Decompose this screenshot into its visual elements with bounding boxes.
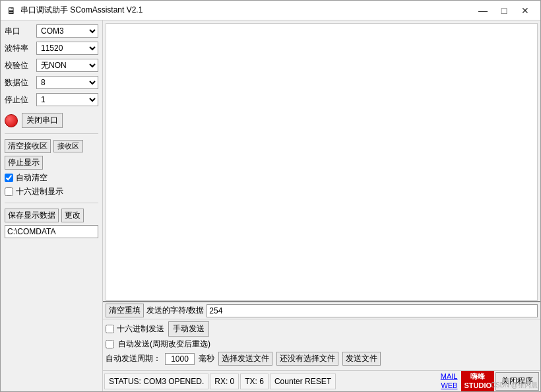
receive-btn-row: 清空接收区 接收区 (5, 139, 98, 153)
close-serial-button[interactable]: 关闭串口 (22, 113, 63, 128)
minimize-button[interactable]: — (473, 4, 493, 17)
auto-clear-row: 自动清空 (5, 172, 98, 183)
baud-label: 波特率 (5, 43, 34, 54)
status-rx: RX: 0 (210, 374, 239, 389)
select-file-button[interactable]: 选择发送文件 (218, 352, 272, 366)
auto-send-label: 自动发送(周期改变后重选) (118, 339, 210, 350)
hex-display-row: 十六进制显示 (5, 186, 98, 197)
auto-clear-label: 自动清空 (16, 172, 48, 183)
stop-bits-label: 停止位 (5, 94, 34, 106)
divider-2 (5, 203, 98, 203)
receive-textarea[interactable] (106, 23, 538, 301)
send-file-button[interactable]: 发送文件 (342, 352, 381, 366)
char-label: 发送的字符/数据 (146, 305, 204, 316)
stop-bits-select[interactable]: 1 (36, 93, 98, 106)
web-link[interactable]: WEB (441, 381, 457, 390)
data-bits-select[interactable]: 8 (36, 76, 98, 89)
divider-1 (5, 133, 98, 134)
data-bits-row: 数据位 8 (5, 76, 98, 89)
maximize-button[interactable]: □ (494, 4, 514, 17)
clear-reset-button[interactable]: 清空重填 (106, 304, 144, 317)
parity-label: 校验位 (5, 60, 34, 71)
hex-send-checkbox[interactable] (106, 325, 114, 333)
hex-display-checkbox[interactable] (5, 187, 13, 196)
baud-row: 波特率 11520 (5, 42, 98, 55)
parity-row: 校验位 无NON (5, 59, 98, 72)
window-title: 串口调试助手 SComAssistant V2.1 (20, 5, 473, 16)
mail-link[interactable]: MAIL (441, 372, 458, 381)
title-bar: 🖥 串口调试助手 SComAssistant V2.1 — □ ✕ (1, 1, 540, 20)
app-icon: 🖥 (6, 5, 16, 16)
right-area: 清空重填 发送的字符/数据 十六进制发送 手动发送 (103, 20, 540, 391)
parity-select[interactable]: 无NON (36, 59, 98, 72)
clear-receive-button[interactable]: 清空接收区 (5, 139, 51, 153)
status-tx: TX: 6 (240, 374, 269, 389)
status-com: STATUS: COM3 OPENED. (104, 374, 208, 389)
studio-line2: STUDIO (464, 381, 492, 390)
auto-clear-checkbox[interactable] (5, 174, 13, 182)
data-bits-label: 数据位 (5, 77, 34, 88)
receive-area-wrapper (106, 23, 538, 301)
hex-send-label: 十六进制发送 (117, 323, 164, 335)
send-content-input[interactable] (207, 304, 538, 317)
window-controls: — □ ✕ (473, 4, 535, 17)
studio-badge: 嗨峰 STUDIO (461, 371, 494, 391)
save-row: 保存显示数据 更改 (5, 209, 98, 222)
change-button[interactable]: 更改 (61, 209, 84, 222)
send-content-area: 十六进制发送 手动发送 自动发送(周期改变后重选) 自动发送周期： 毫秒 (103, 319, 540, 368)
send-section: 清空重填 发送的字符/数据 十六进制发送 手动发送 (103, 301, 540, 370)
stop-display-button[interactable]: 停止显示 (5, 156, 43, 170)
hex-display-label: 十六进制显示 (16, 186, 63, 197)
path-row (5, 225, 98, 238)
stop-display-row: 停止显示 (5, 156, 98, 170)
main-content: 串口 COM3 波特率 11520 校验位 无NON 数据 (1, 20, 540, 391)
hex-send-row: 十六进制发送 手动发送 (106, 321, 538, 337)
auto-send-row: 自动发送(周期改变后重选) (106, 339, 538, 350)
bottom-bar: STATUS: COM3 OPENED. RX: 0 TX: 6 Counter… (103, 370, 540, 391)
main-window: 🖥 串口调试助手 SComAssistant V2.1 — □ ✕ 串口 COM… (0, 0, 541, 392)
mail-web-links: MAIL WEB (441, 372, 458, 389)
close-button[interactable]: ✕ (515, 4, 535, 17)
baud-select[interactable]: 11520 (36, 42, 98, 55)
path-input[interactable] (5, 225, 98, 238)
receive-tab-badge: 接收区 (53, 140, 83, 152)
ms-label: 毫秒 (199, 353, 214, 364)
studio-line1: 嗨峰 (464, 372, 492, 381)
csdn-watermark: CSDN @张丙晨 (491, 381, 538, 390)
period-label: 自动发送周期： (106, 353, 161, 364)
serial-control: 关闭串口 (5, 113, 98, 128)
serial-status-indicator (5, 114, 18, 127)
period-input[interactable] (165, 353, 195, 365)
hex-send-checkbox-row: 十六进制发送 (106, 323, 164, 335)
port-label: 串口 (5, 26, 34, 37)
status-counter[interactable]: Counter RESET (270, 374, 336, 389)
port-row: 串口 COM3 (5, 24, 98, 38)
stop-bits-row: 停止位 1 (5, 93, 98, 106)
period-row: 自动发送周期： 毫秒 选择发送文件 还没有选择文件 发送文件 (106, 352, 538, 366)
sidebar: 串口 COM3 波特率 11520 校验位 无NON 数据 (1, 20, 103, 391)
send-input-row: 清空重填 发送的字符/数据 (103, 302, 540, 319)
no-file-button[interactable]: 还没有选择文件 (276, 352, 338, 366)
manual-send-button[interactable]: 手动发送 (168, 321, 209, 337)
save-display-button[interactable]: 保存显示数据 (5, 209, 59, 222)
auto-send-checkbox[interactable] (106, 340, 114, 348)
port-select[interactable]: COM3 (36, 24, 98, 38)
